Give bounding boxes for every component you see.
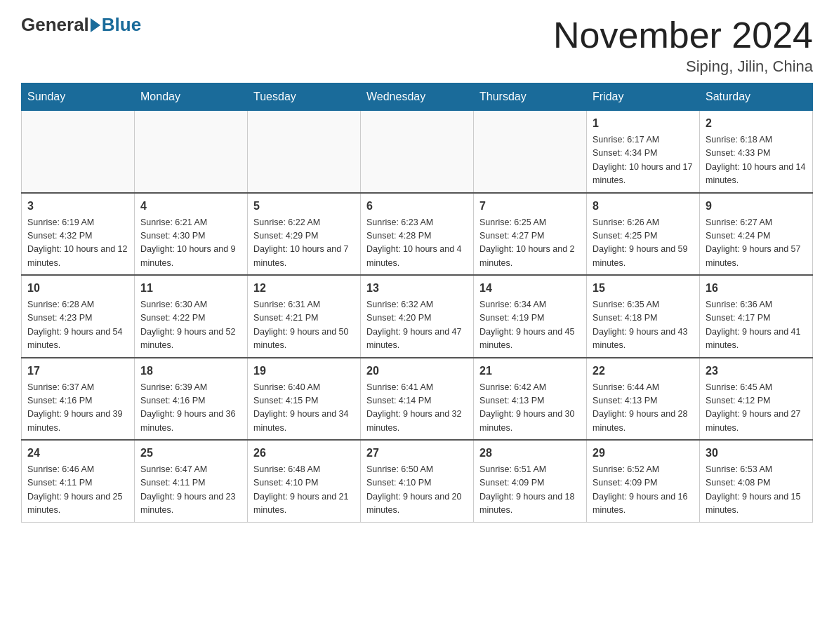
day-number: 17 [27, 363, 128, 380]
day-number: 18 [140, 363, 241, 380]
calendar-cell: 18Sunrise: 6:39 AMSunset: 4:16 PMDayligh… [135, 358, 248, 441]
day-number: 29 [593, 445, 694, 462]
logo-general-text: General [21, 14, 89, 36]
day-info: Sunrise: 6:31 AMSunset: 4:21 PMDaylight:… [253, 298, 355, 353]
day-number: 4 [140, 198, 241, 215]
day-info: Sunrise: 6:47 AMSunset: 4:11 PMDaylight:… [140, 463, 241, 518]
calendar-cell: 11Sunrise: 6:30 AMSunset: 4:22 PMDayligh… [135, 275, 248, 358]
day-info: Sunrise: 6:45 AMSunset: 4:12 PMDaylight:… [706, 381, 807, 436]
day-number: 1 [593, 115, 694, 132]
day-info: Sunrise: 6:46 AMSunset: 4:11 PMDaylight:… [27, 463, 128, 518]
calendar-cell: 17Sunrise: 6:37 AMSunset: 4:16 PMDayligh… [22, 358, 135, 441]
week-row-1: 1Sunrise: 6:17 AMSunset: 4:34 PMDaylight… [22, 111, 813, 193]
day-number: 14 [479, 280, 581, 297]
week-row-2: 3Sunrise: 6:19 AMSunset: 4:32 PMDaylight… [22, 193, 813, 276]
day-info: Sunrise: 6:22 AMSunset: 4:29 PMDaylight:… [253, 216, 355, 271]
day-info: Sunrise: 6:32 AMSunset: 4:20 PMDaylight:… [366, 298, 468, 353]
day-number: 20 [366, 363, 468, 380]
day-info: Sunrise: 6:25 AMSunset: 4:27 PMDaylight:… [479, 216, 581, 271]
calendar-cell: 27Sunrise: 6:50 AMSunset: 4:10 PMDayligh… [361, 440, 474, 522]
day-info: Sunrise: 6:21 AMSunset: 4:30 PMDaylight:… [140, 216, 241, 271]
day-number: 22 [593, 363, 694, 380]
day-info: Sunrise: 6:30 AMSunset: 4:22 PMDaylight:… [140, 298, 241, 353]
day-number: 26 [253, 445, 355, 462]
calendar-cell: 14Sunrise: 6:34 AMSunset: 4:19 PMDayligh… [474, 275, 587, 358]
day-number: 13 [366, 280, 468, 297]
day-number: 5 [253, 198, 355, 215]
calendar-cell: 2Sunrise: 6:18 AMSunset: 4:33 PMDaylight… [700, 111, 813, 193]
logo-blue-text: Blue [102, 14, 141, 36]
week-row-3: 10Sunrise: 6:28 AMSunset: 4:23 PMDayligh… [22, 275, 813, 358]
weekday-header-row: SundayMondayTuesdayWednesdayThursdayFrid… [22, 83, 813, 111]
day-info: Sunrise: 6:42 AMSunset: 4:13 PMDaylight:… [479, 381, 581, 436]
calendar-cell: 26Sunrise: 6:48 AMSunset: 4:10 PMDayligh… [248, 440, 361, 522]
calendar-cell [248, 111, 361, 193]
day-info: Sunrise: 6:37 AMSunset: 4:16 PMDaylight:… [27, 381, 128, 436]
day-number: 2 [706, 115, 807, 132]
day-number: 6 [366, 198, 468, 215]
weekday-header-wednesday: Wednesday [361, 83, 474, 111]
weekday-header-thursday: Thursday [474, 83, 587, 111]
day-number: 15 [593, 280, 694, 297]
calendar-cell: 10Sunrise: 6:28 AMSunset: 4:23 PMDayligh… [22, 275, 135, 358]
day-info: Sunrise: 6:23 AMSunset: 4:28 PMDaylight:… [366, 216, 468, 271]
calendar-cell: 6Sunrise: 6:23 AMSunset: 4:28 PMDaylight… [361, 193, 474, 276]
day-info: Sunrise: 6:39 AMSunset: 4:16 PMDaylight:… [140, 381, 241, 436]
calendar-cell: 4Sunrise: 6:21 AMSunset: 4:30 PMDaylight… [135, 193, 248, 276]
day-number: 25 [140, 445, 241, 462]
day-info: Sunrise: 6:34 AMSunset: 4:19 PMDaylight:… [479, 298, 581, 353]
calendar-cell: 16Sunrise: 6:36 AMSunset: 4:17 PMDayligh… [700, 275, 813, 358]
calendar-table: SundayMondayTuesdayWednesdayThursdayFrid… [21, 83, 813, 523]
day-number: 3 [27, 198, 128, 215]
day-number: 10 [27, 280, 128, 297]
day-number: 9 [706, 198, 807, 215]
weekday-header-monday: Monday [135, 83, 248, 111]
day-number: 7 [479, 198, 581, 215]
calendar-cell: 22Sunrise: 6:44 AMSunset: 4:13 PMDayligh… [587, 358, 700, 441]
week-row-4: 17Sunrise: 6:37 AMSunset: 4:16 PMDayligh… [22, 358, 813, 441]
day-info: Sunrise: 6:28 AMSunset: 4:23 PMDaylight:… [27, 298, 128, 353]
day-info: Sunrise: 6:48 AMSunset: 4:10 PMDaylight:… [253, 463, 355, 518]
calendar-cell: 29Sunrise: 6:52 AMSunset: 4:09 PMDayligh… [587, 440, 700, 522]
day-info: Sunrise: 6:36 AMSunset: 4:17 PMDaylight:… [706, 298, 807, 353]
day-info: Sunrise: 6:26 AMSunset: 4:25 PMDaylight:… [593, 216, 694, 271]
location-title: Siping, Jilin, China [553, 58, 813, 76]
day-number: 28 [479, 445, 581, 462]
calendar-cell: 13Sunrise: 6:32 AMSunset: 4:20 PMDayligh… [361, 275, 474, 358]
day-info: Sunrise: 6:27 AMSunset: 4:24 PMDaylight:… [706, 216, 807, 271]
day-info: Sunrise: 6:52 AMSunset: 4:09 PMDaylight:… [593, 463, 694, 518]
calendar-cell: 23Sunrise: 6:45 AMSunset: 4:12 PMDayligh… [700, 358, 813, 441]
logo: General Blue [21, 14, 141, 36]
day-info: Sunrise: 6:44 AMSunset: 4:13 PMDaylight:… [593, 381, 694, 436]
weekday-header-tuesday: Tuesday [248, 83, 361, 111]
month-title: November 2024 [553, 14, 813, 56]
calendar-cell [474, 111, 587, 193]
calendar-cell: 9Sunrise: 6:27 AMSunset: 4:24 PMDaylight… [700, 193, 813, 276]
day-info: Sunrise: 6:40 AMSunset: 4:15 PMDaylight:… [253, 381, 355, 436]
day-number: 27 [366, 445, 468, 462]
day-info: Sunrise: 6:17 AMSunset: 4:34 PMDaylight:… [593, 133, 694, 188]
calendar-cell: 1Sunrise: 6:17 AMSunset: 4:34 PMDaylight… [587, 111, 700, 193]
calendar-cell [135, 111, 248, 193]
calendar-cell: 28Sunrise: 6:51 AMSunset: 4:09 PMDayligh… [474, 440, 587, 522]
day-number: 21 [479, 363, 581, 380]
day-info: Sunrise: 6:18 AMSunset: 4:33 PMDaylight:… [706, 133, 807, 188]
weekday-header-sunday: Sunday [22, 83, 135, 111]
logo-arrow-icon [91, 18, 100, 32]
calendar-cell: 25Sunrise: 6:47 AMSunset: 4:11 PMDayligh… [135, 440, 248, 522]
day-info: Sunrise: 6:41 AMSunset: 4:14 PMDaylight:… [366, 381, 468, 436]
calendar-cell: 21Sunrise: 6:42 AMSunset: 4:13 PMDayligh… [474, 358, 587, 441]
day-info: Sunrise: 6:53 AMSunset: 4:08 PMDaylight:… [706, 463, 807, 518]
calendar-cell: 30Sunrise: 6:53 AMSunset: 4:08 PMDayligh… [700, 440, 813, 522]
calendar-cell: 3Sunrise: 6:19 AMSunset: 4:32 PMDaylight… [22, 193, 135, 276]
week-row-5: 24Sunrise: 6:46 AMSunset: 4:11 PMDayligh… [22, 440, 813, 522]
calendar-cell [361, 111, 474, 193]
calendar-cell: 19Sunrise: 6:40 AMSunset: 4:15 PMDayligh… [248, 358, 361, 441]
calendar-cell: 7Sunrise: 6:25 AMSunset: 4:27 PMDaylight… [474, 193, 587, 276]
day-number: 16 [706, 280, 807, 297]
page-header: General Blue November 2024 Siping, Jilin… [21, 14, 813, 76]
calendar-cell: 24Sunrise: 6:46 AMSunset: 4:11 PMDayligh… [22, 440, 135, 522]
calendar-cell: 15Sunrise: 6:35 AMSunset: 4:18 PMDayligh… [587, 275, 700, 358]
day-info: Sunrise: 6:35 AMSunset: 4:18 PMDaylight:… [593, 298, 694, 353]
day-number: 30 [706, 445, 807, 462]
